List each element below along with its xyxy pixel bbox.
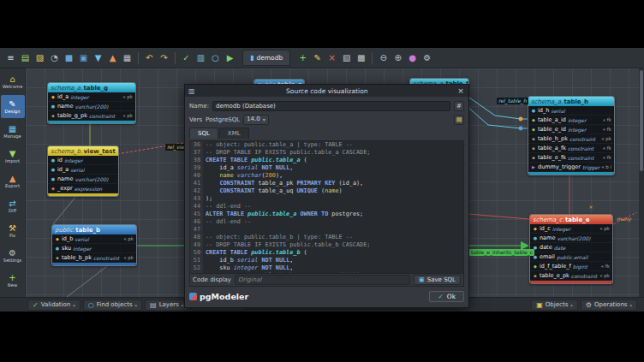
print-icon[interactable]: ▦ <box>122 50 133 67</box>
sidebar-item-export[interactable]: ▲Export <box>1 169 25 193</box>
model-tab-demodb[interactable]: ▮demodb <box>242 50 290 66</box>
settings-icon[interactable]: ⚙ <box>421 50 432 67</box>
table-header[interactable]: schema_a.table_g <box>48 83 135 92</box>
table-row[interactable]: ●datedate <box>530 243 612 252</box>
copy-icon[interactable]: ▧ <box>341 50 352 67</box>
dialog-titlebar[interactable]: ▥ Source code visualization × <box>185 85 468 97</box>
save-file-icon[interactable]: ▤ <box>454 115 464 125</box>
table-row[interactable]: ◆table_a_idinteger« fk <box>528 116 614 125</box>
sql-code-view[interactable]: 36-- object: public.table_a | type: TABL… <box>190 141 463 273</box>
version-combo[interactable]: 14.0 <box>243 115 269 125</box>
sidebar-item-design[interactable]: ✎Design <box>1 95 25 118</box>
table-row[interactable]: ◆id_ainteger« pk <box>48 92 135 102</box>
delete-icon[interactable]: × <box>326 50 337 67</box>
table-row[interactable]: ◆id_f_table_fbigint« fk <box>530 262 612 271</box>
label-cardinality-many[interactable]: many <box>615 216 633 223</box>
label-inheritance[interactable]: table_e_inherits_table_c <box>469 249 534 256</box>
find-object-icon[interactable]: ○ <box>210 50 221 67</box>
object-id-icon[interactable]: # <box>454 101 464 111</box>
sidebar-item-import[interactable]: ▼Import <box>1 145 25 168</box>
line-number: 40 <box>190 172 203 180</box>
table-schema: schema_c. <box>533 217 564 223</box>
open-model-icon[interactable]: ▨ <box>34 50 45 67</box>
column-marker: « pk <box>601 136 611 141</box>
new-object-icon[interactable]: + <box>297 50 308 67</box>
sidebar-item-settings[interactable]: ⚙Settings <box>1 244 25 267</box>
table-row[interactable]: ◆id_cinteger« pk <box>530 224 612 234</box>
zoom-in-icon[interactable]: ⊕ <box>392 50 403 67</box>
version-label: Vers <box>189 116 202 123</box>
table-row[interactable]: ●skuinteger <box>52 244 136 253</box>
source-code-icon[interactable]: ▥ <box>195 50 206 67</box>
table-schema_a-table_g[interactable]: schema_a.table_g◆id_ainteger« pk●namevar… <box>47 82 136 124</box>
table-schema_a-table_h[interactable]: schema_a.table_h●id_hserial◆table_a_idin… <box>528 96 615 175</box>
table-row[interactable]: ▪table_e_pkconstraint« pk <box>530 271 612 281</box>
table-row[interactable]: ▪table_a_fkconstraint« fk <box>528 144 614 153</box>
new-model-icon[interactable]: ▤ <box>20 50 31 67</box>
column-type: integer <box>70 94 88 100</box>
table-row[interactable]: ●namevarchar(200) <box>530 234 612 243</box>
table-row[interactable]: ●idinteger <box>48 156 118 165</box>
donate-icon[interactable]: ● <box>407 50 418 67</box>
table-row[interactable]: ◆table_e_idinteger« fk <box>528 125 614 134</box>
paste-icon[interactable]: ▩ <box>355 50 367 67</box>
validation-icon[interactable]: ✓ <box>181 50 192 67</box>
table-row[interactable]: ▶dummy_triggertrigger« b i <box>528 163 614 172</box>
table-schema_b-view_test[interactable]: schema_b.view_test●idinteger●id_aserial●… <box>47 145 119 197</box>
table-row[interactable]: ●emailpublic.email <box>530 252 612 262</box>
panel-toggle-operations[interactable]: ⚙Operations▴ <box>581 300 637 311</box>
table-header[interactable]: schema_a.table_h <box>528 97 614 106</box>
recent-models-icon[interactable]: ◔ <box>49 50 60 67</box>
panel-toggle-objects[interactable]: ▣Objects▴ <box>531 300 578 311</box>
table-row[interactable]: ●id_hserial <box>528 106 614 116</box>
label-conflict-marker[interactable]: × <box>587 204 594 211</box>
zoom-out-icon[interactable]: ⊖ <box>378 50 389 67</box>
sidebar-item-manage[interactable]: ▦Manage <box>1 120 25 143</box>
sidebar-item-welcome[interactable]: ⌂Welcome <box>1 70 25 93</box>
table-row[interactable]: ●namevarchar(200) <box>48 175 118 184</box>
code-display-combo[interactable]: Original <box>235 275 410 285</box>
sidebar-item-new[interactable]: +New <box>1 269 25 292</box>
export-icon[interactable]: ▲ <box>107 50 118 67</box>
table-header[interactable]: schema_b.view_test <box>48 146 118 156</box>
fk-icon: ◆ <box>533 264 538 269</box>
sidebar-item-diff[interactable]: ⇄Diff <box>1 194 25 217</box>
code-line: 51 id_b serial NOT NULL, <box>190 257 463 264</box>
ok-button[interactable]: ✓ Ok <box>429 291 464 302</box>
import-icon[interactable]: ▼ <box>92 50 104 67</box>
sidebar-item-fix[interactable]: ⚒Fix <box>1 219 25 242</box>
save-model-icon[interactable]: ■ <box>63 50 75 67</box>
run-icon[interactable]: ▶ <box>224 50 236 67</box>
tab-sql[interactable]: SQL <box>189 128 218 139</box>
panel-toggle-find-objects[interactable]: ○Find objects▴ <box>83 300 142 311</box>
col-icon: ● <box>55 246 60 251</box>
save-sql-button[interactable]: ▣ Save SQL <box>414 275 461 285</box>
table-header[interactable]: public.table_b <box>52 225 136 234</box>
table-row[interactable]: ●id_aserial <box>48 165 118 175</box>
menu-icon[interactable]: ≡ <box>5 50 16 67</box>
scrollbar-thumb[interactable] <box>640 70 643 171</box>
table-row[interactable]: ●namevarchar(200) <box>48 102 135 111</box>
tab-xml[interactable]: XML <box>219 128 249 139</box>
column-name: id_f_table_f <box>540 263 571 270</box>
save-as-icon[interactable]: ▣ <box>78 50 89 67</box>
undo-icon[interactable]: ↶ <box>144 50 155 67</box>
table-row[interactable]: ▪table_h_pkconstraint« pk <box>528 134 614 144</box>
redo-icon[interactable]: ↷ <box>158 50 170 67</box>
table-row[interactable]: ◆id_bserial« pk <box>52 234 136 244</box>
vertical-scrollbar[interactable] <box>639 68 644 297</box>
edit-icon[interactable]: ✎ <box>312 50 323 67</box>
table-row[interactable]: ◆_exprexpression <box>48 184 118 193</box>
table-row[interactable]: ▪table_b_pkconstraint« pk <box>52 253 136 263</box>
table-public-table_b[interactable]: public.table_b◆id_bserial« pk●skuinteger… <box>51 224 137 266</box>
design-icon: ✎ <box>9 99 15 109</box>
panel-toggle-layers[interactable]: ▤Layers▴ <box>145 300 188 311</box>
table-row[interactable]: ▪table_g_pkconstraint« pk <box>48 111 135 121</box>
close-icon[interactable]: × <box>456 86 465 95</box>
label-rel-table-h[interactable]: rel_table_h <box>497 98 528 104</box>
table-row[interactable]: ▪table_e_fkconstraint« fk <box>528 153 614 163</box>
version-prefix: PostgreSQL <box>206 116 240 123</box>
table-schema_c-table_e[interactable]: schema_c.table_e◆id_cinteger« pk●namevar… <box>529 214 613 284</box>
table-header[interactable]: schema_c.table_e <box>530 215 612 224</box>
panel-toggle-validation[interactable]: ✓Validation▴ <box>27 300 80 311</box>
